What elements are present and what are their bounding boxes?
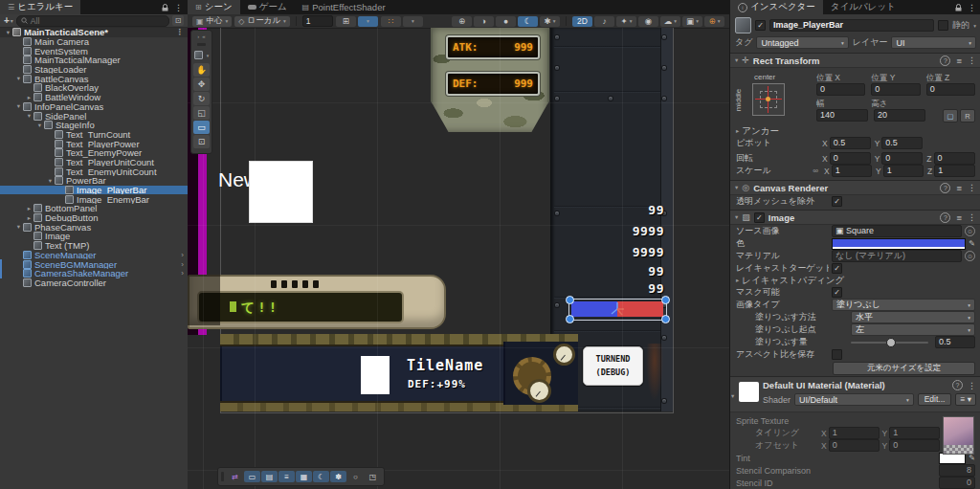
overlay-grip[interactable] — [197, 43, 206, 46]
snap-increment-icon[interactable]: ∷ — [381, 16, 401, 27]
active-checkbox[interactable]: ✓ — [755, 20, 766, 31]
pos-y-field[interactable]: 0 — [871, 83, 920, 96]
particles-icon[interactable]: ✽ — [330, 471, 346, 482]
tiling-y-field[interactable]: 1 — [889, 427, 940, 439]
lock-icon[interactable] — [955, 4, 962, 11]
create-button[interactable]: +▾ — [4, 15, 13, 26]
hierarchy-item-cameracontroller[interactable]: CameraController — [0, 278, 188, 288]
tab-scene[interactable]: ⊞ シーン — [188, 0, 240, 14]
raycast-checkbox[interactable]: ✓ — [832, 263, 842, 274]
hierarchy-item-blackoverlay[interactable]: BlackOverlay — [0, 83, 188, 93]
object-picker-icon[interactable]: ⊙ — [965, 226, 975, 236]
canvas-renderer-header[interactable]: ▾ ◎ Canvas Renderer ? ≡ ⋮ — [730, 180, 980, 195]
set-native-size-button[interactable]: 元来のサイズを設定 — [833, 362, 975, 375]
image-enabled-checkbox[interactable]: ✓ — [754, 212, 765, 223]
scale-y-field[interactable]: 1 — [883, 165, 924, 177]
resize-handle[interactable] — [661, 296, 670, 304]
grid-icon[interactable]: ▦ — [296, 471, 312, 482]
grid-snap-icon[interactable]: ⊞ — [336, 16, 356, 27]
snap-increment-dropdown[interactable]: ▾ — [403, 16, 423, 27]
scale-x-field[interactable]: 1 — [832, 165, 872, 177]
tab-point-effect-shader[interactable]: ▤ PointEffectShader — [295, 0, 393, 14]
rotation-y-field[interactable]: 0 — [881, 152, 923, 165]
search-filter-button[interactable]: ⊡ — [172, 15, 184, 26]
link-icon[interactable]: ∞ — [811, 167, 820, 175]
image-type-dropdown[interactable]: 塗りつぶし▾ — [832, 299, 975, 311]
offset-x-field[interactable]: 0 — [829, 439, 880, 452]
eye-icon[interactable]: ◉ — [638, 16, 658, 27]
overlay-collapse-icon[interactable]: « — [202, 33, 205, 39]
hierarchy-item-scenemanager[interactable]: SceneManager› — [0, 251, 188, 260]
help-icon[interactable]: ? — [940, 212, 950, 223]
menu-icon[interactable]: ⋮ — [968, 381, 976, 390]
player-power-bar[interactable] — [571, 301, 663, 317]
hierarchy-item-text-enemyunitcount[interactable]: Text_EnemyUnitCount — [0, 167, 188, 176]
flower-icon[interactable]: ✱▾ — [540, 16, 560, 27]
search-input[interactable]: All — [16, 15, 169, 27]
moon-icon[interactable]: ☾ — [518, 16, 538, 27]
slider-knob[interactable] — [886, 338, 896, 347]
source-image-field[interactable]: ▣ Square — [832, 225, 962, 237]
anchors-foldout[interactable]: ▸ アンカー — [730, 125, 980, 137]
color-swatch[interactable] — [832, 238, 966, 250]
eyedropper-icon[interactable]: ✎ — [969, 239, 975, 248]
mute-note-icon[interactable]: ♪ — [594, 16, 614, 27]
shader-dropdown[interactable]: UI/Default▾ — [794, 393, 914, 406]
hierarchy-item-sidepanel[interactable]: ▾SidePanel — [0, 111, 188, 121]
static-checkbox[interactable] — [938, 20, 948, 31]
prefab-chevron-icon[interactable]: › — [181, 269, 188, 278]
cloud-icon[interactable]: ☁▾ — [660, 16, 680, 27]
hierarchy-item-image[interactable]: Image — [0, 232, 188, 241]
hierarchy-item-text-playerunitcount[interactable]: Text_PlayerUnitCount — [0, 158, 188, 167]
image-header[interactable]: ▾ ▨ ✓ Image ? ≡ ⋮ — [730, 210, 980, 225]
tab-hierarchy[interactable]: ☰ ヒエラルキー — [0, 0, 80, 14]
menu-icon[interactable]: ⋮ — [968, 183, 976, 192]
panel-icon[interactable]: ▤ — [261, 471, 278, 482]
pos-z-field[interactable]: 0 — [926, 83, 975, 96]
camera-frame-icon[interactable]: ▣▾ — [682, 16, 702, 27]
preserve-aspect-checkbox[interactable] — [832, 349, 842, 360]
fill-origin-dropdown[interactable]: 左▾ — [851, 323, 975, 336]
grid-size-field[interactable]: 1 — [302, 15, 333, 27]
tab-inspector[interactable]: i インスペクター — [730, 0, 823, 14]
eyedropper-icon[interactable]: ✎ — [969, 454, 975, 462]
prefab-chevron-icon[interactable]: › — [181, 251, 188, 259]
transform-tool[interactable]: ⊡ — [193, 135, 210, 148]
overlay-expand-icon[interactable]: › — [197, 33, 199, 39]
layer-dropdown[interactable]: UI▾ — [891, 36, 976, 49]
material-menu-button[interactable]: ≡ ▾ — [955, 393, 976, 406]
gizmo-target-icon[interactable]: ⊕▾ — [704, 16, 724, 27]
rect-tool[interactable]: ▭ — [193, 121, 210, 134]
move-tool[interactable]: ✥ — [193, 78, 210, 91]
pivot-mode-dropdown[interactable]: ▣ 中心▾ — [192, 16, 232, 27]
hierarchy-item-stageinfo[interactable]: ▾StageInfo — [0, 121, 188, 130]
rotation-x-field[interactable]: 0 — [830, 152, 871, 165]
tab-game[interactable]: ゲーム — [240, 0, 295, 14]
hand-tool[interactable]: ✋ — [193, 63, 210, 77]
menu-icon[interactable]: ⋮ — [174, 3, 183, 12]
hierarchy-item-text-turncount[interactable]: Text_TurnCount — [0, 130, 188, 140]
resize-handle[interactable] — [566, 296, 574, 304]
object-picker-icon[interactable]: ⊙ — [965, 251, 975, 261]
hierarchy-item-text-playerpower[interactable]: Text_PlayerPower — [0, 139, 188, 148]
fill-amount-field[interactable]: 0.5 — [935, 336, 975, 348]
hierarchy-item-battlecanvas[interactable]: ▾BattleCanvas — [0, 74, 188, 83]
hierarchy-item-maintacticalmanager[interactable]: MainTacticalManager — [0, 56, 188, 65]
hierarchy-item-eventsystem[interactable]: EventSystem — [0, 46, 188, 56]
lock-icon[interactable] — [162, 4, 168, 11]
sprite-texture-thumbnail[interactable] — [943, 416, 974, 455]
pivot-y-field[interactable]: 0.5 — [881, 137, 923, 149]
rotation-z-field[interactable]: 0 — [934, 152, 975, 165]
hierarchy-item-maintacticalscene-[interactable]: ▾MainTacticalScene*⋮ — [0, 28, 188, 37]
hierarchy-item-text-enemypower[interactable]: Text_EnemyPower — [0, 148, 188, 158]
hierarchy-item-text-tmp-[interactable]: Text (TMP) — [0, 241, 188, 251]
rect-overlay-icon[interactable]: ▭ — [244, 471, 260, 482]
hierarchy-item-stageloader[interactable]: StageLoader — [0, 65, 188, 75]
fill-amount-slider[interactable] — [851, 342, 928, 344]
scene-viewport[interactable]: ATK:999 DEF:999 99999999999999 — [188, 28, 729, 489]
hierarchy-item-image-playerbar[interactable]: Image_PlayerBar — [0, 186, 188, 195]
rect-transform-header[interactable]: ▾ ✛ Rect Transform ? ≡ ⋮ — [730, 53, 980, 68]
presets-icon[interactable]: ≡ — [956, 56, 962, 66]
tool-context-dropdown[interactable]: ▾ — [194, 51, 210, 59]
resize-handle[interactable] — [661, 315, 670, 323]
